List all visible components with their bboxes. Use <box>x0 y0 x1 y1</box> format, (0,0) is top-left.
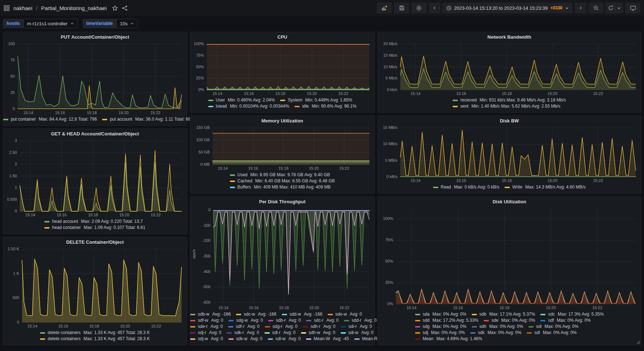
legend-item-Mean[interactable]: MeanMax: 4.69% Avg: 1.46% <box>415 336 482 342</box>
legend-item-sdl-w[interactable]: sdl-wAvg: 0 <box>268 336 301 342</box>
legend-item-sent[interactable]: sentMin: 1.40 Mb/s Max: 5.62 Mb/s Avg: 2… <box>453 103 560 109</box>
zoom-out-button[interactable] <box>588 3 604 13</box>
legend-item-sda[interactable]: sdaMax: 0% Avg: 0% <box>415 311 466 317</box>
legend-item-sdi[interactable]: sdiMax: 0% Avg: 0% <box>528 324 578 330</box>
legend-swatch <box>453 106 458 107</box>
legend-item-sdk-r[interactable]: sdk-rAvg: 0 <box>227 330 259 336</box>
legend-item-sdk[interactable]: sdkMax: 0% Avg: 0% <box>470 330 522 336</box>
legend-item-sdg-r[interactable]: sdg-rAvg: 0 <box>265 324 297 330</box>
plot <box>22 249 182 322</box>
legend-stats: Max: 17.1% Avg: 5.37% <box>489 311 535 317</box>
plot <box>400 44 636 90</box>
legend-item-sdg[interactable]: sdgMax: 0% Avg: 0% <box>415 324 466 330</box>
legend-item-sdb-w[interactable]: sdb-wAvg: -166 <box>190 311 231 317</box>
panel-title[interactable]: CPU <box>190 32 374 42</box>
legend-item-sdj-w[interactable]: sdj-wAvg: 0 <box>190 336 223 342</box>
share-icon[interactable] <box>122 5 128 11</box>
legend-item-sdj-r[interactable]: sdj-rAvg: 0 <box>190 330 221 336</box>
legend-item-sde-r[interactable]: sde-rAvg: 0 <box>190 324 223 330</box>
legend-item-Buffers[interactable]: BuffersMin: 409 MB Max: 410 MB Avg: 409 … <box>230 184 331 190</box>
panel-title[interactable]: GET & HEAD Account/Container/Object <box>3 129 187 139</box>
legend-swatch <box>265 326 270 328</box>
panel-title[interactable]: Network Bandwidth <box>378 32 641 42</box>
panel-title[interactable]: Disk BW <box>378 116 641 126</box>
add-panel-button[interactable] <box>377 3 392 13</box>
legend-item-Read[interactable]: ReadMax: 0 kB/s Avg: 0 kB/s <box>433 184 500 190</box>
legend-item-Write[interactable]: WriteMax: 14.3 MB/s Avg: 4.60 MB/s <box>505 184 586 190</box>
dashboard-settings-button[interactable] <box>412 3 427 13</box>
legend-item-System[interactable]: SystemMin: 0.449% Avg: 1.65% <box>280 97 352 103</box>
legend: put containerMax: 84.4 Avg: 12.8 Total: … <box>3 116 194 122</box>
legend-item-sdc-w[interactable]: sdc-wAvg: -166 <box>236 311 277 317</box>
legend-item-delete-containers[interactable]: delete containersMax: 1.33 K Avg: 457 To… <box>40 336 150 342</box>
legend-label: sde <box>491 317 498 324</box>
apps-grid-icon[interactable] <box>4 5 10 11</box>
star-icon[interactable] <box>112 5 118 11</box>
variable-value-dropdown[interactable]: 10s <box>116 19 138 28</box>
legend-item-sdh[interactable]: sdhMax: 0% Avg: 0% <box>472 324 523 330</box>
legend-item-sdb[interactable]: sdbMax: 17.1% Avg: 5.37% <box>472 311 535 317</box>
panel-title[interactable]: PUT Account/Container/Object <box>3 32 187 42</box>
legend-item-head-container[interactable]: head containerMax: 1.09 Avg: 0.107 Total… <box>44 225 145 231</box>
legend-item-sdh-w[interactable]: sdh-wAvg: 0 <box>301 330 335 336</box>
legend-swatch <box>208 100 213 101</box>
legend-item-Used[interactable]: UsedMin: 8.95 GB Max: 9.78 GB Avg: 9.40 … <box>230 172 330 178</box>
legend-item-delete-containers[interactable]: delete containersMax: 1.33 K Avg: 457 To… <box>40 330 150 336</box>
panel-title[interactable]: DELETE Container/Object <box>3 237 187 247</box>
legend-item-head-account[interactable]: head accountMax: 2.09 Avg: 0.220 Total: … <box>44 218 143 225</box>
legend-item-sdg-w[interactable]: sdg-wAvg: 0 <box>229 317 263 324</box>
legend-item-sdd-w[interactable]: sdd-wAvg: -166 <box>282 311 322 317</box>
legend-item-sdl-r[interactable]: sdl-rAvg: 0 <box>265 330 296 336</box>
breadcrumb-dashboard[interactable]: Partial_Monitoring_nakhaei <box>41 5 107 11</box>
plot <box>213 128 369 165</box>
legend-item-idle[interactable]: idleMin: 90.6% Avg: 96.1% <box>295 103 357 109</box>
time-shift-forward-button[interactable] <box>575 3 586 13</box>
legend-item-recieved[interactable]: recievedMin: 931 kb/s Max: 9.46 Mb/s Avg… <box>453 97 566 103</box>
legend-item-sdf[interactable]: sdfMax: 0% Avg: 0% <box>540 317 591 324</box>
legend: UsedMin: 8.95 GB Max: 9.78 GB Avg: 9.40 … <box>230 172 335 190</box>
legend-item-sde-w[interactable]: sde-wAvg: 0 <box>328 311 362 317</box>
legend-item-sdk-w[interactable]: sdk-wAvg: 0 <box>229 336 262 342</box>
legend-stats: Avg: 0 <box>250 336 262 342</box>
panel-title[interactable]: Per Disk Throughput <box>190 197 374 207</box>
legend-label: recieved <box>460 97 477 103</box>
legend-item-sdf-w[interactable]: sdf-wAvg: 0 <box>190 317 223 324</box>
legend-item-sdj[interactable]: sdjMax: 0% Avg: 0% <box>415 330 465 336</box>
legend-label: Read <box>441 184 451 190</box>
x-axis-tick: 15:14 <box>216 306 231 310</box>
legend-item-sdl[interactable]: sdlMax: 0% Avg: 0% <box>527 330 576 336</box>
x-axis-tick: 15:22 <box>589 306 605 310</box>
legend-item-sdi-w[interactable]: sdi-wAvg: 0 <box>341 330 374 336</box>
legend-item-sdc-r[interactable]: sdc-rAvg: 0 <box>306 317 338 324</box>
legend-item-Iowait[interactable]: IowaitMin: 0.00104% Avg: 0.00344% <box>208 103 289 109</box>
x-axis-tick: 15:20 <box>306 166 322 170</box>
time-shift-back-button[interactable] <box>429 3 440 13</box>
legend-item-Mean-W[interactable]: Mean-WAvg: -45 <box>306 336 349 342</box>
legend-item-sdc[interactable]: sdcMax: 17.3% Avg: 5.35% <box>540 311 604 317</box>
panel-title[interactable]: Disk Utilization <box>378 197 641 207</box>
breadcrumb-folder[interactable]: nakhaei <box>13 5 32 11</box>
legend-item-sdd-r[interactable]: sdd-rAvg: 0 <box>344 317 377 324</box>
x-axis-tick: 15:20 <box>117 324 133 328</box>
legend-item-sdb-r[interactable]: sdb-rAvg: 0 <box>268 317 301 324</box>
legend-item-put-container[interactable]: put containerMax: 84.4 Avg: 12.8 Total: … <box>3 116 97 122</box>
time-range-picker[interactable]: 2023-03-14 15:13:20 to 2023-03-14 15:23:… <box>443 3 573 13</box>
save-dashboard-button[interactable] <box>394 3 409 13</box>
variable-value-dropdown[interactable]: m-r1z1s1-controller <box>23 19 78 28</box>
legend-item-User[interactable]: UserMin: 0.490% Avg: 2.04% <box>208 97 275 103</box>
grafana-dashboard: nakhaei / Partial_Monitoring_nakhaei <box>0 0 644 351</box>
legend-item-put-account[interactable]: put accountMax: 36.0 Avg: 1.11 Total: 68… <box>102 116 194 122</box>
panel-resize-handle[interactable] <box>637 341 640 344</box>
legend-item-sde[interactable]: sdeMax: 0% Avg: 0% <box>484 317 535 324</box>
legend-item-Cached[interactable]: CachedMin: 6.40 GB Max: 6.55 GB Avg: 6.4… <box>230 178 335 184</box>
legend-item-sdd[interactable]: sddMax: 17.2% Avg: 5.33% <box>415 317 479 324</box>
legend-item-sdf-r[interactable]: sdf-rAvg: 0 <box>228 324 260 330</box>
cycle-view-mode-button[interactable] <box>625 3 640 13</box>
plot <box>18 44 182 109</box>
refresh-button[interactable] <box>606 3 623 13</box>
legend-swatch <box>3 119 8 120</box>
legend-item-sdi-r[interactable]: sdi-rAvg: 0 <box>341 324 372 330</box>
panel-title[interactable]: Memory Utilization <box>190 116 374 126</box>
legend-item-sdh-r[interactable]: sdh-rAvg: 0 <box>303 324 335 330</box>
series-fill-Write <box>400 130 636 177</box>
